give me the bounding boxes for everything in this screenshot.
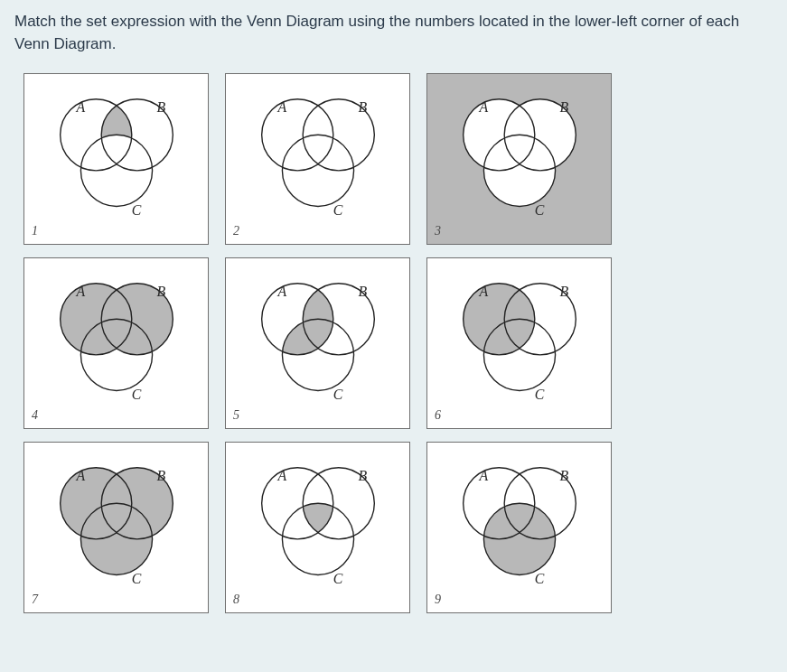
set-label-B: B xyxy=(560,284,569,299)
set-label-C: C xyxy=(333,203,343,219)
cell-number: 4 xyxy=(32,408,38,423)
venn-cell-1: ABC1 xyxy=(23,73,209,245)
set-label-A: A xyxy=(276,284,286,299)
set-label-C: C xyxy=(333,387,343,403)
set-label-B: B xyxy=(359,468,368,483)
set-label-A: A xyxy=(75,284,85,299)
venn-grid: ABC1ABC2ABC3ABC4ABC5ABC6ABC7ABC8ABC9 xyxy=(14,70,773,622)
set-label-C: C xyxy=(132,203,142,219)
cell-number: 9 xyxy=(435,593,441,607)
question-instructions: Match the set expression with the Venn D… xyxy=(14,11,773,55)
cell-number: 7 xyxy=(32,593,38,607)
set-label-A: A xyxy=(75,468,85,483)
set-label-A: A xyxy=(478,99,488,115)
set-label-A: A xyxy=(276,99,286,115)
cell-number: 5 xyxy=(233,408,239,423)
set-label-A: A xyxy=(478,284,488,299)
set-label-B: B xyxy=(157,468,166,483)
set-label-C: C xyxy=(535,572,545,587)
venn-cell-3: ABC3 xyxy=(426,73,612,245)
venn-cell-2: ABC2 xyxy=(225,73,410,245)
set-label-C: C xyxy=(535,203,545,219)
venn-cell-8: ABC8 xyxy=(225,442,410,613)
set-label-C: C xyxy=(132,572,142,587)
set-label-B: B xyxy=(157,284,166,299)
venn-cell-6: ABC6 xyxy=(426,257,612,429)
set-label-A: A xyxy=(478,468,488,483)
venn-cell-5: ABC5 xyxy=(225,257,410,429)
set-label-B: B xyxy=(359,284,368,299)
cell-number: 2 xyxy=(233,224,239,238)
set-label-B: B xyxy=(157,99,166,115)
set-label-C: C xyxy=(132,387,142,403)
venn-cell-7: ABC7 xyxy=(23,442,209,613)
set-label-B: B xyxy=(560,99,569,115)
cell-number: 6 xyxy=(435,408,441,423)
venn-cell-9: ABC9 xyxy=(426,442,612,613)
svg-rect-14 xyxy=(226,74,409,244)
venn-cell-4: ABC4 xyxy=(23,257,209,429)
set-label-B: B xyxy=(560,468,569,483)
cell-number: 1 xyxy=(32,224,38,238)
cell-number: 8 xyxy=(233,593,239,607)
set-label-C: C xyxy=(333,572,343,587)
set-label-A: A xyxy=(75,99,85,115)
set-label-A: A xyxy=(276,468,286,483)
cell-number: 3 xyxy=(435,224,441,238)
set-label-C: C xyxy=(535,387,545,403)
set-label-B: B xyxy=(359,99,368,115)
